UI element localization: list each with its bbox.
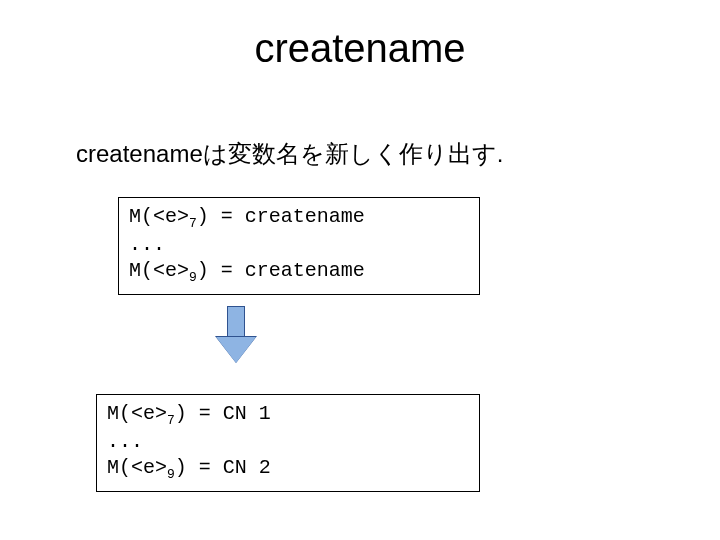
code-line: M(<e>9) = createname — [129, 258, 469, 286]
code-rest: ) = createname — [197, 259, 365, 282]
code-box-after: M(<e>7) = CN 1 ... M(<e>9) = CN 2 — [96, 394, 480, 492]
code-line: M(<e>7) = CN 1 — [107, 401, 469, 429]
code-subscript: 7 — [189, 216, 197, 231]
description-sentence: createnameは変数名を新しく作り出す. — [76, 138, 503, 170]
page-title: createname — [0, 26, 720, 71]
code-fn: M(<e> — [129, 205, 189, 228]
code-rest: ) = createname — [197, 205, 365, 228]
slide: createname createnameは変数名を新しく作り出す. M(<e>… — [0, 0, 720, 540]
code-rest: ) = CN 1 — [175, 402, 271, 425]
arrow-down-icon — [216, 306, 256, 370]
code-fn: M(<e> — [129, 259, 189, 282]
code-box-before: M(<e>7) = createname ... M(<e>9) = creat… — [118, 197, 480, 295]
code-line: M(<e>9) = CN 2 — [107, 455, 469, 483]
code-rest: ) = CN 2 — [175, 456, 271, 479]
code-fn: M(<e> — [107, 402, 167, 425]
code-line: ... — [129, 232, 469, 258]
code-line: ... — [107, 429, 469, 455]
code-subscript: 9 — [189, 270, 197, 285]
code-subscript: 9 — [167, 467, 175, 482]
code-subscript: 7 — [167, 413, 175, 428]
code-line: M(<e>7) = createname — [129, 204, 469, 232]
code-fn: M(<e> — [107, 456, 167, 479]
